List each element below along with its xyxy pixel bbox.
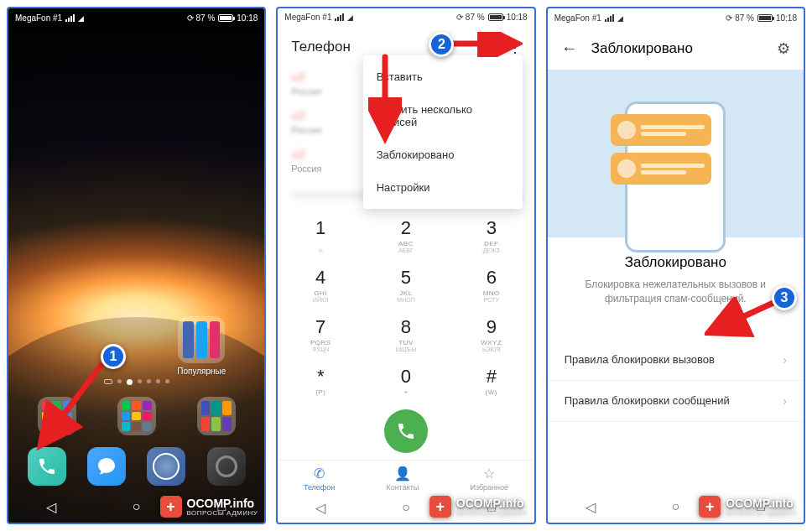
camera-app-icon[interactable] [207,447,246,486]
rule-block-messages[interactable]: Правила блокировки сообщений › [548,381,804,422]
watermark-icon: + [699,496,721,518]
dialpad-key-#[interactable]: #(W) [449,359,534,403]
battery-label: ⟳ 87 % [187,13,216,23]
dialpad-key-9[interactable]: 9WXYZЬЭЮЯ [449,310,534,359]
blocked-description: Блокировка нежелательных вызовов и фильт… [568,278,783,306]
rules-list: Правила блокировки вызовов › Правила бло… [548,340,804,422]
folder-apps-3[interactable] [197,397,236,435]
dialpad-key-0[interactable]: 0+ [363,359,449,403]
watermark-icon: + [160,496,182,518]
phone-icon: ✆ [314,466,325,482]
nav-home-icon[interactable]: ○ [129,499,144,514]
watermark: + OCOMP.infoВОПРОСЫ АДМИНУ [429,496,528,518]
dialpad-key-*[interactable]: *(P) [278,359,363,403]
battery-label: ⟳ 87 % [726,13,754,23]
wifi-icon [347,13,353,22]
messages-app-icon[interactable] [87,447,126,486]
watermark: + OCOMP.infoВОПРОСЫ АДМИНУ [699,496,797,518]
browser-app-icon[interactable] [147,447,185,486]
dialpad-key-3[interactable]: 3DEFДЕЖЗ [449,211,534,260]
menu-item-delete-multiple[interactable]: Удалить несколько записей [363,93,523,138]
carrier-label: MegaFon #1 [284,13,331,22]
carrier-label: MegaFon #1 [554,13,601,23]
contacts-icon: 👤 [394,466,411,482]
phone-app-icon[interactable] [28,447,66,486]
nav-back-icon[interactable]: ◁ [583,499,598,514]
settings-button[interactable]: ⚙ [777,39,790,58]
folder-popular[interactable]: Популярные [172,316,231,376]
clock-label: 10:18 [237,13,258,23]
folder-label: Популярные [172,367,231,376]
chevron-right-icon: › [783,394,787,408]
battery-label: ⟳ 87 % [456,13,485,22]
blocked-heading: Заблокировано [568,254,783,271]
dialer-title: Телефон [291,39,351,55]
wifi-icon [617,13,623,23]
rule-block-calls[interactable]: Правила блокировки вызовов › [548,340,804,381]
page-title: Заблокировано [591,40,763,57]
app-row [8,392,264,440]
dialpad: 1 ∞2ABCАБВГ3DEFДЕЖЗ4GHIИЙКЛ5JKLМНОП6MNOР… [278,211,534,403]
nav-back-icon[interactable]: ◁ [313,500,328,515]
status-bar: MegaFon #1 ⟳ 87 % 10:18 [278,8,534,26]
blocked-header: ← Заблокировано ⚙ [548,27,804,70]
star-icon: ☆ [483,466,495,482]
menu-button[interactable]: ⋮ [508,38,521,56]
nav-back-icon[interactable]: ◁ [44,499,59,514]
tab-favorites[interactable]: ☆Избранное [470,466,508,492]
nav-home-icon[interactable]: ○ [668,499,683,514]
page-indicator[interactable] [8,379,264,385]
battery-icon [757,14,773,22]
folder-icon [178,316,225,363]
annotation-badge-1: 1 [101,344,126,369]
signal-icon [605,14,614,22]
carrier-label: MegaFon #1 [15,13,62,23]
dock [8,442,264,491]
dialpad-key-5[interactable]: 5JKLМНОП [363,260,449,310]
clock-label: 10:18 [507,13,528,22]
dialpad-key-7[interactable]: 7PQRSФХЦЧ [278,310,363,359]
back-button[interactable]: ← [561,39,578,58]
dialpad-key-1[interactable]: 1 ∞ [278,211,363,260]
annotation-badge-3: 3 [772,285,797,310]
screen-home: MegaFon #1 ⟳ 87 % 10:18 Популярные [7,7,266,524]
screen-dialer: MegaFon #1 ⟳ 87 % 10:18 Телефон ⋮ +7 Рос… [276,7,535,524]
chevron-right-icon: › [783,353,787,367]
illustration [548,70,804,237]
dialpad-key-8[interactable]: 8TUVШЩЪЫ [363,310,449,359]
tab-contacts[interactable]: 👤Контакты [386,466,419,492]
clock-label: 10:18 [776,13,797,23]
signal-icon [335,13,344,21]
bottom-tabs: ✆Телефон 👤Контакты ☆Избранное [278,460,534,493]
menu-item-settings[interactable]: Настройки [363,171,523,204]
watermark-icon: + [429,496,451,518]
dialpad-key-2[interactable]: 2ABCАБВГ [363,211,449,260]
dialpad-key-6[interactable]: 6MNOРСТУ [449,260,534,310]
menu-item-blocked[interactable]: Заблокировано [363,138,523,171]
tab-phone[interactable]: ✆Телефон [304,466,335,492]
status-bar: MegaFon #1 ⟳ 87 % 10:18 [548,8,804,27]
wifi-icon [78,13,84,23]
battery-icon [488,13,503,21]
status-bar: MegaFon #1 ⟳ 87 % 10:18 [8,8,264,27]
screen-blocked: MegaFon #1 ⟳ 87 % 10:18 ← Заблокировано … [546,7,805,524]
call-button[interactable] [384,409,428,453]
signal-icon [65,14,75,22]
watermark: + OCOMP.infoВОПРОСЫ АДМИНУ [160,496,258,518]
folder-google[interactable] [38,397,76,435]
menu-item-paste[interactable]: Вставить [363,60,523,93]
nav-home-icon[interactable]: ○ [398,500,414,515]
overflow-menu: Вставить Удалить несколько записей Забло… [363,55,523,209]
folder-apps-2[interactable] [117,397,156,435]
dialpad-key-4[interactable]: 4GHIИЙКЛ [278,260,363,310]
battery-icon [218,14,233,22]
